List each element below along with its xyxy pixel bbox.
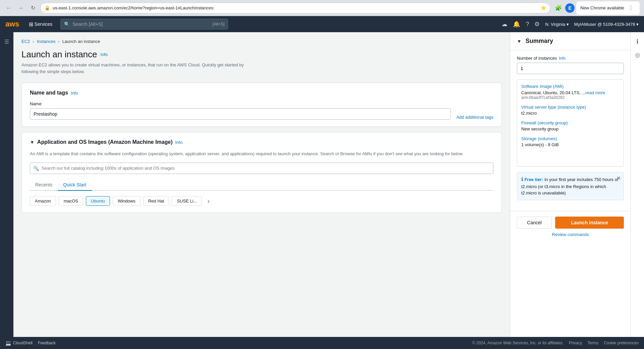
ami-tabs: Recents Quick Start bbox=[30, 179, 493, 191]
region-selector[interactable]: N. Virginia ▾ bbox=[545, 22, 569, 27]
os-windows[interactable]: Windows bbox=[113, 196, 141, 206]
summary-ami-value: Canonical, Ubuntu, 20.04 LTS, ...read mo… bbox=[521, 90, 605, 95]
url-bar[interactable]: 🔒 ⭐ bbox=[40, 3, 550, 13]
name-field: Name bbox=[30, 101, 451, 120]
right-location-button[interactable]: ◎ bbox=[632, 50, 643, 60]
aws-search-input[interactable] bbox=[72, 21, 210, 27]
new-chrome-more[interactable]: ⋮ bbox=[626, 3, 636, 13]
browser-back-button[interactable]: ← bbox=[4, 3, 13, 13]
os-ubuntu[interactable]: Ubuntu bbox=[86, 196, 110, 206]
summary-instance-type-value: t2.micro bbox=[521, 111, 620, 116]
settings-button[interactable]: ⚙ bbox=[534, 20, 540, 28]
add-tags-link[interactable]: Add additional tags bbox=[456, 115, 493, 120]
summary-actions: Cancel Launch instance Review commands bbox=[510, 211, 631, 242]
aws-logo: aws bbox=[5, 20, 19, 28]
tab-quick-start[interactable]: Quick Start bbox=[58, 179, 92, 191]
privacy-link[interactable]: Privacy bbox=[569, 341, 582, 345]
services-label: Services bbox=[35, 21, 53, 27]
hamburger-menu-button[interactable]: ☰ bbox=[1, 36, 12, 47]
launch-instance-button[interactable]: Launch instance bbox=[555, 217, 624, 229]
summary-storage-value: 1 volume(s) - 8 GiB bbox=[521, 142, 620, 147]
breadcrumb: EC2 › Instances › Launch an instance bbox=[21, 39, 502, 44]
help-button[interactable]: ? bbox=[526, 21, 529, 28]
free-tier-close-button[interactable]: ✕ bbox=[616, 175, 621, 181]
breadcrumb-sep1: › bbox=[33, 39, 34, 44]
instances-info-badge[interactable]: Info bbox=[559, 56, 566, 61]
ami-info-badge[interactable]: Info bbox=[175, 140, 182, 145]
instances-count-label: Number of instances Info bbox=[517, 56, 624, 61]
cancel-button[interactable]: Cancel bbox=[517, 217, 552, 229]
free-tier-text: ℹ Free tier: In your first year includes… bbox=[521, 176, 620, 196]
name-label: Name bbox=[30, 101, 451, 106]
aws-nav-right: ☁ 🔔 ? ⚙ N. Virginia ▾ MyIAMuser @ 5109-4… bbox=[501, 20, 639, 28]
browser-reload-button[interactable]: ↻ bbox=[28, 3, 38, 13]
new-chrome-banner[interactable]: New Chrome available ⋮ bbox=[576, 1, 640, 15]
services-button[interactable]: ⊞ Services bbox=[26, 20, 55, 29]
bottom-bar: 💻 CloudShell Feedback © 2024, Amazon Web… bbox=[0, 337, 644, 349]
name-tags-title: Name and tags bbox=[30, 90, 68, 96]
terms-link[interactable]: Terms bbox=[587, 341, 598, 345]
extensions-button[interactable]: 🧩 bbox=[553, 3, 564, 13]
ami-search-icon: 🔍 bbox=[33, 166, 39, 171]
left-sidebar: ☰ bbox=[0, 32, 13, 337]
summary-firewall-link[interactable]: Firewall (security group) bbox=[521, 120, 620, 125]
account-menu[interactable]: MyIAMuser @ 5109-4329-3478 ▾ bbox=[574, 22, 639, 27]
aws-nav: aws ⊞ Services 🔍 [Alt+S] ☁ 🔔 ? ⚙ N. Virg… bbox=[0, 16, 644, 32]
name-input[interactable] bbox=[30, 108, 451, 120]
browser-actions: 🧩 E New Chrome available ⋮ bbox=[553, 1, 640, 15]
summary-firewall-item: Firewall (security group) New security g… bbox=[521, 120, 620, 131]
name-form-row: Name Add additional tags bbox=[30, 101, 493, 120]
ami-search-input[interactable] bbox=[30, 163, 493, 174]
ami-description: An AMI is a template that contains the s… bbox=[30, 151, 493, 157]
summary-instance-type-link[interactable]: Virtual server type (instance type) bbox=[521, 105, 620, 110]
summary-btn-row: Cancel Launch instance bbox=[517, 217, 624, 229]
summary-ami-item: Software Image (AMI) Canonical, Ubuntu, … bbox=[521, 84, 620, 100]
os-suse[interactable]: SUSE Li... bbox=[172, 196, 202, 206]
right-info-button[interactable]: ℹ bbox=[632, 36, 643, 47]
os-macos[interactable]: macOS bbox=[59, 196, 83, 206]
search-shortcut: [Alt+S] bbox=[213, 22, 225, 26]
read-more-link[interactable]: read more bbox=[585, 90, 605, 95]
page-info-badge[interactable]: Info bbox=[101, 52, 108, 57]
os-red-hat[interactable]: Red Hat bbox=[143, 196, 169, 206]
breadcrumb-sep2: › bbox=[58, 39, 59, 44]
bottom-bar-right: © 2024, Amazon Web Services, Inc. or its… bbox=[472, 341, 639, 345]
summary-panel: ▼ Summary Number of instances Info Softw… bbox=[510, 32, 631, 337]
summary-storage-item: Storage (volumes) 1 volume(s) - 8 GiB bbox=[521, 136, 620, 147]
ami-collapse-arrow[interactable]: ▼ bbox=[30, 139, 35, 145]
aws-search-bar[interactable]: 🔍 [Alt+S] bbox=[60, 19, 228, 30]
review-commands-link[interactable]: Review commands bbox=[517, 232, 624, 237]
breadcrumb-instances[interactable]: Instances bbox=[37, 39, 56, 44]
feedback-button[interactable]: Feedback bbox=[38, 341, 56, 345]
breadcrumb-ec2[interactable]: EC2 bbox=[21, 39, 30, 44]
summary-collapse-arrow[interactable]: ▼ bbox=[517, 39, 522, 44]
url-input[interactable] bbox=[53, 5, 538, 10]
breadcrumb-current: Launch an instance bbox=[62, 39, 100, 44]
copyright-text: © 2024, Amazon Web Services, Inc. or its… bbox=[472, 341, 564, 345]
summary-ami-sub: ami-06aa3f7caf3a30282 bbox=[521, 95, 620, 100]
name-tags-header: Name and tags Info bbox=[30, 90, 493, 96]
free-tier-box: ✕ ℹ Free tier: In your first year includ… bbox=[517, 172, 624, 200]
instances-count-input[interactable] bbox=[517, 63, 624, 74]
os-options: Amazon macOS Ubuntu Windows Red Hat SUSE… bbox=[30, 196, 493, 206]
tab-recents[interactable]: Recents bbox=[30, 179, 58, 191]
cloud9-button[interactable]: ☁ bbox=[501, 20, 507, 28]
name-tags-info-badge[interactable]: Info bbox=[71, 91, 78, 96]
summary-storage-link[interactable]: Storage (volumes) bbox=[521, 136, 620, 141]
right-sidebar: ℹ ◎ bbox=[631, 32, 644, 337]
ami-section: ▼ Application and OS Images (Amazon Mach… bbox=[21, 132, 502, 213]
summary-scroll-area[interactable]: Software Image (AMI) Canonical, Ubuntu, … bbox=[517, 79, 624, 167]
cookie-link[interactable]: Cookie preferences bbox=[604, 341, 639, 345]
summary-firewall-value: New security group bbox=[521, 126, 620, 131]
os-amazon[interactable]: Amazon bbox=[30, 196, 56, 206]
summary-title: Summary bbox=[526, 38, 553, 45]
notifications-button[interactable]: 🔔 bbox=[513, 20, 520, 28]
summary-ami-link[interactable]: Software Image (AMI) bbox=[521, 84, 620, 89]
browser-forward-button[interactable]: → bbox=[16, 3, 25, 13]
profile-avatar[interactable]: E bbox=[565, 3, 575, 13]
ami-search-wrapper: 🔍 bbox=[30, 163, 493, 174]
main-content: EC2 › Instances › Launch an instance Lau… bbox=[13, 32, 510, 337]
page-container: ☰ EC2 › Instances › Launch an instance L… bbox=[0, 32, 644, 337]
page-title-row: Launch an instance Info bbox=[21, 49, 502, 60]
cloudshell-button[interactable]: 💻 CloudShell bbox=[5, 340, 33, 346]
